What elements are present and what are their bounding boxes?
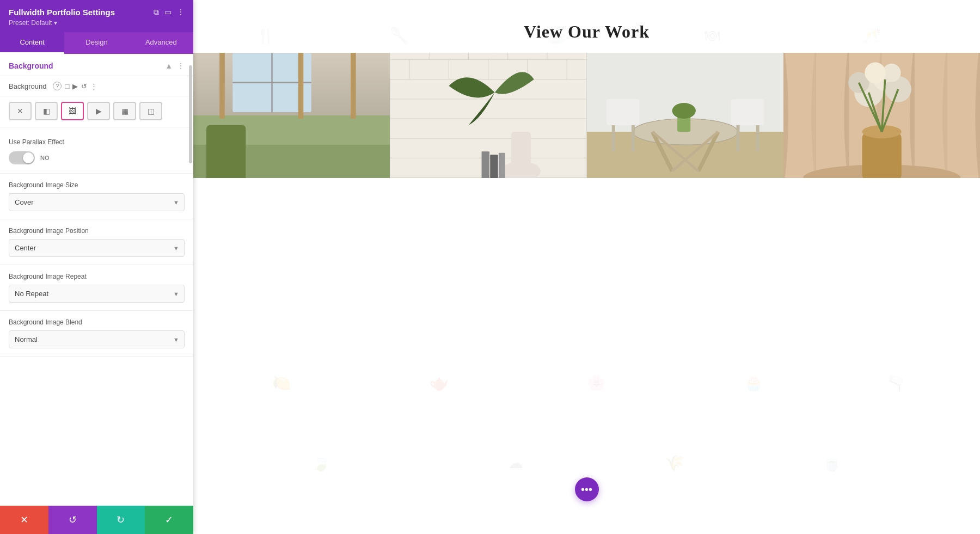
- responsive-icon[interactable]: □: [65, 82, 69, 90]
- svg-rect-33: [499, 153, 505, 178]
- background-label: Background: [9, 82, 46, 90]
- bg-type-none[interactable]: ✕: [9, 102, 32, 120]
- undo-icon: ↺: [69, 514, 77, 526]
- save-icon: ✓: [165, 514, 173, 526]
- cancel-icon: ✕: [20, 514, 28, 526]
- image-blend-select-wrapper: Normal Multiply Screen Overlay Darken Li…: [9, 330, 185, 348]
- image-size-select[interactable]: Cover Contain Auto Custom: [9, 193, 185, 211]
- video-icon: ▶: [96, 107, 102, 115]
- bg-type-pattern[interactable]: ▦: [113, 102, 136, 120]
- undo-button[interactable]: ↺: [48, 506, 97, 534]
- svg-point-49: [672, 103, 695, 119]
- sidebar-header: Fullwidth Portfolio Settings ⧉ ▭ ⋮ Prese…: [0, 0, 193, 32]
- toggle-knob: [23, 152, 34, 163]
- svg-rect-41: [731, 99, 763, 125]
- sidebar-tabs: Content Design Advanced: [0, 32, 193, 54]
- svg-rect-31: [482, 151, 489, 178]
- parallax-toggle[interactable]: [9, 151, 35, 164]
- svg-rect-39: [611, 125, 615, 151]
- bg-type-row: ✕ ◧ 🖼 ▶ ▦ ◫: [0, 96, 193, 127]
- redo-icon: ↻: [117, 514, 125, 526]
- svg-point-60: [865, 62, 886, 83]
- image-position-select-wrapper: Center Top Left Top Center Top Right Cen…: [9, 239, 185, 257]
- toggle-row: NO: [9, 151, 185, 164]
- toggle-value: NO: [40, 155, 50, 161]
- portfolio-svg-3: [587, 53, 783, 178]
- svg-rect-32: [490, 155, 498, 178]
- svg-rect-7: [298, 53, 304, 119]
- portfolio-item-1[interactable]: [193, 53, 390, 178]
- tab-advanced[interactable]: Advanced: [129, 32, 193, 54]
- image-icon: 🖼: [69, 107, 76, 115]
- image-repeat-select-wrapper: No Repeat Repeat Repeat X Repeat Y ▼: [9, 285, 185, 303]
- bg-type-color[interactable]: ◧: [35, 102, 58, 120]
- section-title: Background: [9, 62, 53, 70]
- section-header-right: ▲ ⋮: [165, 62, 185, 70]
- svg-rect-6: [219, 53, 225, 119]
- copy-icon[interactable]: ⧉: [154, 8, 159, 17]
- more-options-icon[interactable]: ⋮: [90, 82, 97, 90]
- save-button[interactable]: ✓: [145, 506, 193, 534]
- more-icon[interactable]: ⋮: [177, 8, 185, 17]
- view-our-work-title: View Our Work: [204, 22, 969, 42]
- floating-btn-icon: •••: [581, 483, 592, 496]
- below-grid: •••: [193, 178, 980, 534]
- svg-rect-38: [607, 99, 639, 125]
- pattern-icon: ▦: [121, 107, 128, 115]
- image-blend-label: Background Image Blend: [9, 318, 185, 326]
- gradient-icon: ◫: [148, 107, 155, 115]
- tab-design[interactable]: Design: [64, 32, 128, 54]
- preset-label[interactable]: Preset: Default ▾: [9, 19, 185, 27]
- image-repeat-label: Background Image Repeat: [9, 273, 185, 280]
- arrow-icon[interactable]: ▶: [72, 82, 78, 90]
- svg-rect-30: [511, 132, 531, 174]
- view-our-work-section: View Our Work: [193, 0, 980, 53]
- main-content-area: 🍴 🥄 ☕ 🍽 🥂 🌿 🫙 🧴 🪴 🧊 🍋 🫖 🌸 🧁 🫗 🍃 ☁ 🌾 🍵 Vi…: [193, 0, 980, 534]
- portfolio-item-2[interactable]: [390, 53, 586, 178]
- image-size-select-wrapper: Cover Contain Auto Custom ▼: [9, 193, 185, 211]
- svg-rect-42: [736, 125, 739, 151]
- background-row-icons: ? □ ▶ ↺ ⋮: [53, 82, 97, 90]
- image-size-label: Background Image Size: [9, 181, 185, 189]
- background-row: Background ? □ ▶ ↺ ⋮: [0, 76, 193, 96]
- image-size-section: Background Image Size Cover Contain Auto…: [0, 174, 193, 219]
- sidebar-toolbar: ✕ ↺ ↻ ✓: [0, 506, 193, 534]
- image-repeat-select[interactable]: No Repeat Repeat Repeat X Repeat Y: [9, 285, 185, 303]
- image-blend-select[interactable]: Normal Multiply Screen Overlay Darken Li…: [9, 330, 185, 348]
- svg-rect-53: [862, 132, 901, 178]
- collapse-icon[interactable]: ▲: [165, 62, 173, 70]
- color-icon: ◧: [43, 107, 50, 115]
- portfolio-item-3[interactable]: [587, 53, 783, 178]
- sidebar-content: Background ▲ ⋮ Background ? □ ▶ ↺ ⋮ ✕ ◧: [0, 54, 193, 506]
- image-position-select[interactable]: Center Top Left Top Center Top Right Cen…: [9, 239, 185, 257]
- floating-action-button[interactable]: •••: [575, 477, 599, 501]
- parallax-section: Use Parallax Effect NO: [0, 127, 193, 174]
- portfolio-item-4[interactable]: [783, 53, 980, 178]
- bg-type-image[interactable]: 🖼: [61, 102, 84, 120]
- svg-rect-10: [206, 125, 246, 178]
- parallax-label: Use Parallax Effect: [9, 138, 185, 146]
- image-blend-section: Background Image Blend Normal Multiply S…: [0, 311, 193, 357]
- help-icon[interactable]: ?: [53, 82, 62, 90]
- portfolio-grid: [193, 53, 980, 178]
- bg-type-video[interactable]: ▶: [87, 102, 110, 120]
- sidebar: Fullwidth Portfolio Settings ⧉ ▭ ⋮ Prese…: [0, 0, 193, 534]
- section-menu-icon[interactable]: ⋮: [177, 62, 185, 70]
- bg-type-gradient[interactable]: ◫: [139, 102, 162, 120]
- sidebar-header-icons: ⧉ ▭ ⋮: [154, 8, 185, 17]
- main-inner: View Our Work: [193, 0, 980, 534]
- cancel-button[interactable]: ✕: [0, 506, 48, 534]
- layout-icon[interactable]: ▭: [164, 8, 171, 17]
- redo-button[interactable]: ↻: [97, 506, 145, 534]
- svg-rect-40: [631, 125, 634, 151]
- portfolio-svg-2: [390, 53, 586, 178]
- sidebar-title: Fullwidth Portfolio Settings: [9, 8, 115, 17]
- svg-rect-43: [756, 125, 759, 151]
- reset-icon[interactable]: ↺: [81, 82, 87, 90]
- tab-content[interactable]: Content: [0, 32, 64, 54]
- image-position-label: Background Image Position: [9, 227, 185, 235]
- portfolio-svg-4: [783, 53, 980, 178]
- image-position-section: Background Image Position Center Top Lef…: [0, 219, 193, 265]
- scrollbar[interactable]: [189, 65, 192, 163]
- svg-rect-8: [351, 53, 356, 119]
